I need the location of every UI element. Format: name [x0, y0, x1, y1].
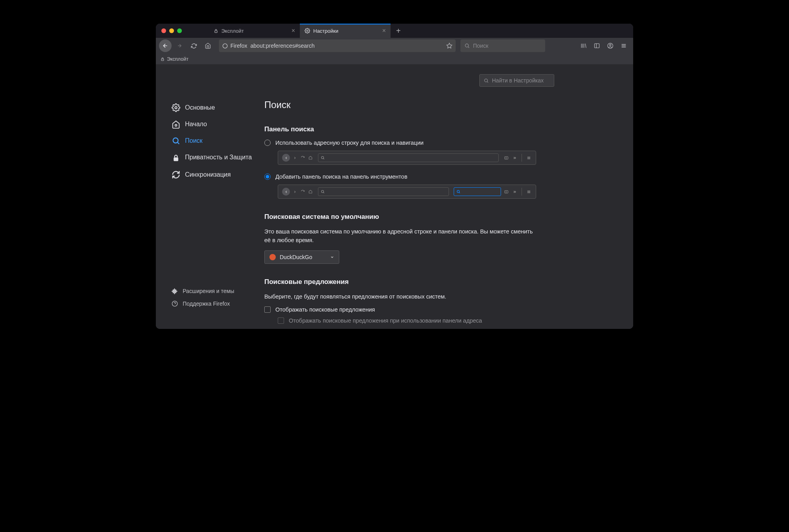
- gear-icon: [172, 103, 180, 112]
- new-tab-button[interactable]: +: [391, 24, 406, 38]
- identity-box[interactable]: Firefox: [222, 43, 247, 49]
- svg-point-27: [457, 190, 460, 193]
- sidebar-item-extensions[interactable]: Расширения и темы: [156, 285, 264, 297]
- mock-home-icon: [308, 156, 313, 160]
- search-bar[interactable]: Поиск: [460, 39, 545, 52]
- radio-option-address-bar[interactable]: Использовать адресную строку для поиска …: [264, 140, 540, 146]
- search-icon: [484, 78, 489, 83]
- tab-exploit[interactable]: Эксплойт ×: [209, 24, 300, 38]
- mock-url-field: [318, 153, 499, 162]
- svg-rect-5: [595, 44, 599, 48]
- sidebar-footer-label: Поддержка Firefox: [183, 301, 230, 307]
- sidebar-footer: Расширения и темы Поддержка Firefox: [156, 285, 264, 321]
- svg-rect-17: [174, 157, 178, 161]
- browser-mockup-separate: [278, 185, 536, 199]
- sidebar-item-label: Поиск: [185, 137, 202, 144]
- settings-search-wrap: Найти в Настройках: [479, 74, 554, 87]
- tab-settings[interactable]: Настройки ×: [300, 24, 391, 38]
- arrow-left-icon: [162, 43, 168, 49]
- maximize-window-button[interactable]: [177, 28, 182, 33]
- home-button[interactable]: [202, 39, 214, 52]
- lock-icon: [172, 154, 180, 162]
- mock-url-field: [318, 187, 449, 196]
- mock-home-icon: [308, 190, 313, 194]
- mock-menu-icon: [526, 190, 532, 194]
- back-button[interactable]: [159, 39, 172, 52]
- checkbox-label: Отображать поисковые предложения при исп…: [289, 317, 482, 324]
- tab-close-button[interactable]: ×: [382, 27, 386, 34]
- mock-divider: [522, 188, 522, 196]
- sidebar-item-support[interactable]: Поддержка Firefox: [156, 297, 264, 310]
- minimize-window-button[interactable]: [169, 28, 174, 33]
- radio-label: Добавить панель поиска на панель инструм…: [275, 174, 408, 180]
- lock-icon: [214, 29, 218, 33]
- sidebar-item-label: Приватность и Защита: [185, 153, 252, 162]
- sidebar-toggle-button[interactable]: [591, 39, 603, 52]
- home-icon: [172, 120, 180, 129]
- account-button[interactable]: [604, 39, 617, 52]
- mock-overflow-icon: [512, 156, 518, 160]
- svg-point-13: [484, 79, 488, 82]
- radio-button[interactable]: [264, 140, 271, 146]
- section-title: Панель поиска: [264, 125, 540, 133]
- svg-point-2: [223, 43, 227, 48]
- svg-point-26: [322, 190, 324, 193]
- sidebar-item-sync[interactable]: Синхронизация: [156, 166, 264, 183]
- svg-rect-0: [215, 31, 217, 33]
- checkbox-show-urlbar-suggestions: Отображать поисковые предложения при исп…: [278, 317, 540, 324]
- radio-option-search-bar[interactable]: Добавить панель поиска на панель инструм…: [264, 174, 540, 180]
- url-text: about:preferences#search: [251, 43, 443, 49]
- settings-search-placeholder: Найти в Настройках: [492, 77, 544, 84]
- sidebar-icon: [594, 43, 600, 49]
- forward-button[interactable]: [173, 39, 186, 52]
- section-title: Поисковая система по умолчанию: [264, 213, 540, 221]
- library-icon: [580, 43, 587, 49]
- home-icon: [205, 43, 211, 49]
- settings-search-input[interactable]: Найти в Настройках: [479, 74, 554, 87]
- search-placeholder: Поиск: [473, 43, 488, 49]
- bookmark-star-button[interactable]: [446, 43, 452, 49]
- preferences-sidebar: Основные Начало Поиск: [156, 65, 264, 329]
- sidebar-item-general[interactable]: Основные: [156, 99, 264, 116]
- dropdown-selected-label: DuckDuckGo: [280, 254, 312, 260]
- tabs-container: Эксплойт × Настройки × +: [209, 24, 406, 38]
- section-default-engine: Поисковая система по умолчанию Это ваша …: [264, 213, 540, 264]
- bookmarks-toolbar: Эксплойт: [156, 54, 633, 65]
- window-controls: [156, 28, 187, 33]
- sync-icon: [172, 170, 180, 179]
- svg-marker-3: [447, 43, 452, 48]
- bookmark-item-exploit[interactable]: Эксплойт: [161, 56, 189, 62]
- library-button[interactable]: [577, 39, 590, 52]
- sidebar-item-privacy[interactable]: Приватность и Защита: [156, 149, 264, 166]
- close-window-button[interactable]: [161, 28, 166, 33]
- section-description: Это ваша поисковая система по умолчанию …: [264, 227, 540, 245]
- checkbox[interactable]: [264, 306, 271, 313]
- default-engine-dropdown[interactable]: DuckDuckGo: [264, 250, 339, 264]
- svg-point-15: [175, 124, 177, 126]
- sidebar-item-home[interactable]: Начало: [156, 116, 264, 133]
- search-icon: [464, 43, 470, 49]
- app-menu-button[interactable]: [617, 39, 630, 52]
- mock-sidebar-icon: [503, 156, 509, 160]
- sidebar-item-search[interactable]: Поиск: [156, 133, 264, 149]
- radio-button[interactable]: [264, 174, 271, 180]
- browser-window: Эксплойт × Настройки × +: [156, 24, 633, 329]
- lock-icon: [161, 57, 165, 61]
- toolbar-right-icons: [577, 39, 630, 52]
- identity-label: Firefox: [230, 43, 247, 49]
- tab-strip: Эксплойт × Настройки × +: [156, 24, 633, 38]
- reload-button[interactable]: [187, 39, 200, 52]
- section-search-suggestions: Поисковые предложения Выберите, где буду…: [264, 278, 540, 324]
- sidebar-item-label: Синхронизация: [185, 171, 231, 178]
- hamburger-icon: [621, 43, 627, 49]
- account-icon: [607, 43, 613, 49]
- search-icon: [172, 136, 180, 145]
- navigation-toolbar: Firefox about:preferences#search Поиск: [156, 38, 633, 54]
- address-bar[interactable]: Firefox about:preferences#search: [219, 39, 456, 52]
- preferences-main: Поиск Панель поиска Использовать адресну…: [264, 65, 633, 329]
- tab-close-button[interactable]: ×: [292, 27, 295, 34]
- checkbox-show-suggestions[interactable]: Отображать поисковые предложения: [264, 306, 540, 313]
- mock-divider: [522, 154, 522, 162]
- mock-reload-icon: [300, 156, 305, 160]
- mock-back-icon: [282, 154, 290, 162]
